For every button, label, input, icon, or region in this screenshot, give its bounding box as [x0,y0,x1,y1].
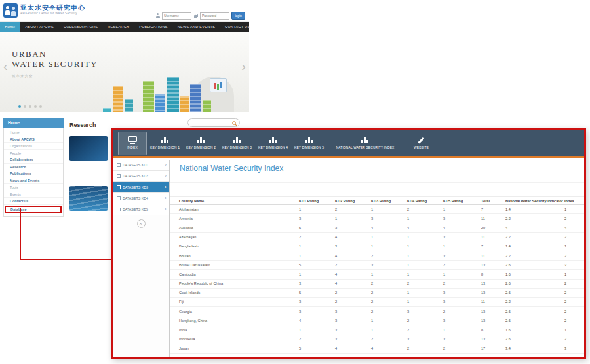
nav-item[interactable]: COLLABORATORS [58,22,102,32]
sidebar-item[interactable]: Home [4,129,63,136]
table-row[interactable]: Cook Islands52213132.62 [170,289,584,298]
cell-total: 13 [481,310,505,314]
cell-nwsi: 2.2 [505,217,564,221]
column-header[interactable]: KD3 Rating [371,199,407,203]
nav-item[interactable]: Home [0,22,20,32]
cell-kd3: 1 [371,244,407,248]
lock-icon [193,13,198,18]
dataset-item[interactable]: DATASETS KD2› [113,171,169,182]
dataset-icon [117,163,121,167]
table-row[interactable]: Bhutan14213112.22 [170,251,584,261]
column-header[interactable]: KD4 Rating [407,199,443,203]
username-input[interactable] [162,12,191,20]
cell-kd5: 4 [443,226,481,230]
table-row[interactable]: Hongkong, China43123132.62 [170,316,584,325]
carousel-next-arrow[interactable]: › [241,60,246,73]
nav-item[interactable]: CONTACT US [220,22,255,32]
table-row[interactable]: Cambodia1411181.61 [170,270,584,279]
cell-kd5: 2 [443,263,481,267]
collapse-toggle-button[interactable]: › [137,219,146,228]
toolbar-item[interactable]: KEY DIMENSION 5 [291,132,327,155]
pencil-icon [417,136,426,144]
building [180,96,189,112]
toolbar-item[interactable]: KEY DIMENSION 3 [219,132,255,155]
cell-country: Japan [179,346,299,350]
column-header[interactable]: KD1 Rating [299,199,335,203]
dataset-item[interactable]: DATASETS KD3› [113,182,169,193]
login-button[interactable]: login [231,12,245,20]
column-header[interactable]: Total [481,199,505,203]
toolbar-item[interactable]: KEY DIMENSION 4 [255,132,291,155]
sidebar-item[interactable]: Events [4,191,63,198]
carousel-dot[interactable] [34,105,37,108]
sidebar-item[interactable]: Contact us [4,198,63,205]
page-title: National Water Security Index [180,164,283,173]
cell-kd4: 2 [407,208,443,211]
cell-country: India [179,328,299,332]
table-row[interactable]: Azerbaijan24113112.22 [170,233,584,242]
nav-item[interactable]: PUBLICATIONS [134,22,173,32]
cell-country: Brunei Darussalam [179,263,299,267]
site-logo[interactable]: 亚太水安全研究中心 Asia-Pacific Center for Water … [3,3,85,18]
column-header[interactable]: KD2 Rating [335,199,371,203]
nav-item[interactable]: ABOUT APCWS [20,22,59,32]
toolbar-item[interactable]: KEY DIMENSION 2 [183,132,219,155]
dataset-item[interactable]: DATASETS KD5› [113,204,169,215]
column-header[interactable]: National Water Security Indicator [505,199,564,203]
monitor-icon [128,136,137,144]
carousel-dot[interactable] [24,105,26,108]
sidebar-item[interactable]: Collaborators [4,156,63,164]
sidebar-item[interactable]: Research [4,164,63,171]
table-row[interactable]: Japan54422173.43 [170,344,584,354]
cell-kd1: 1 [299,254,335,258]
dataset-item[interactable]: DATASETS KD4› [113,193,169,204]
overlay-main: National Water Security Index Country Na… [170,160,584,357]
sidebar-item[interactable]: Organizations [4,143,63,150]
table-row[interactable]: India1312181.61 [170,325,584,335]
toolbar-item[interactable]: INDEX [118,132,147,155]
carousel-dot[interactable] [18,105,21,108]
table-row[interactable]: Indonesia23233132.62 [170,335,584,344]
chart-icon [197,136,206,144]
cell-country: Georgia [179,310,299,314]
sidebar-item[interactable]: People [4,150,63,157]
toolbar-item[interactable]: KEY DIMENSION 1 [147,132,183,155]
sidebar-item[interactable]: News and Events [4,177,63,185]
dataset-item[interactable]: DATASETS KD1› [113,160,169,171]
sidebar-item[interactable]: About APCWS [4,136,63,143]
table-row[interactable]: Fiji32213112.22 [170,298,584,307]
cell-index: 2 [564,337,584,341]
column-header[interactable]: Index [564,199,584,203]
carousel-dot[interactable] [39,105,42,108]
table-row[interactable]: Bangladesh1311171.41 [170,242,584,251]
table-row[interactable]: Afghanistan1212171.41 [170,205,584,214]
datasets-sidebar: DATASETS KD1›DATASETS KD2›DATASETS KD3›D… [113,160,170,357]
cell-total: 8 [481,272,505,276]
carousel-prev-arrow[interactable]: ‹ [3,60,8,73]
password-input[interactable] [200,12,229,20]
building [113,86,123,112]
table-row[interactable]: People's Republic of China34222132.62 [170,280,584,289]
research-thumbnail[interactable] [69,186,108,211]
column-header[interactable]: Country Name [179,199,299,203]
carousel-dots [18,105,42,108]
sidebar-item[interactable]: Publications [4,170,63,177]
sidebar-item[interactable]: Database [5,206,62,213]
cell-kd1: 3 [299,310,335,314]
chevron-up-icon: › [138,223,144,225]
nav-item[interactable]: RESEARCH [103,22,134,32]
sidebar-item[interactable]: Tools [4,184,63,191]
toolbar-item[interactable]: NATIONAL WATER SECURITY INDEX [327,132,403,155]
cell-total: 11 [481,300,505,304]
research-thumbnail[interactable] [69,136,108,161]
nav-item[interactable]: NEWS AND EVENTS [172,22,220,32]
toolbar-item[interactable]: WEBSITE [403,132,439,155]
column-header[interactable]: KD5 Rating [443,199,481,203]
table-row[interactable]: Georgia33232132.62 [170,307,584,316]
search-box[interactable] [187,118,240,127]
table-row[interactable]: Australia534442044 [170,223,584,232]
table-row[interactable]: Armenia31313112.22 [170,214,584,223]
carousel-dot[interactable] [29,105,31,108]
cell-kd5: 3 [443,235,481,239]
table-row[interactable]: Brunei Darussalam52312132.63 [170,261,584,270]
